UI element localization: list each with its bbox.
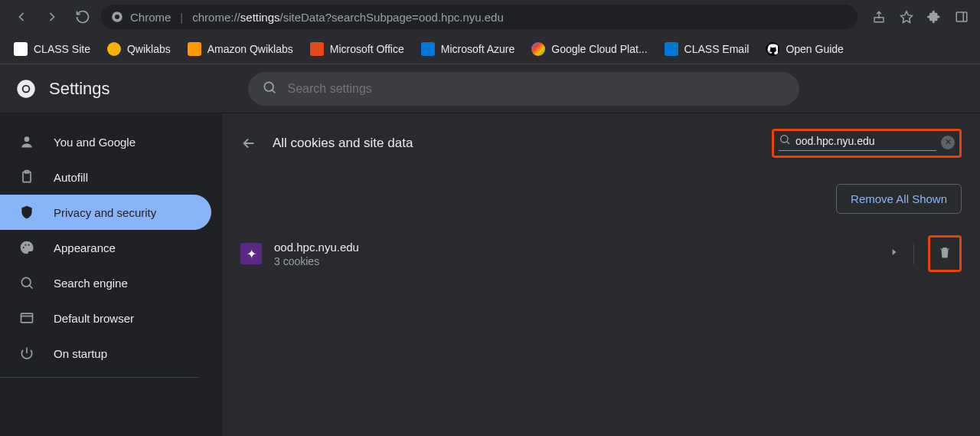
svg-point-13 [23,247,24,248]
bookmark-icon [107,42,121,56]
svg-line-9 [272,90,275,93]
settings-logo: Settings [15,78,110,100]
sidebar-item-search-engine[interactable]: Search engine [0,265,211,300]
share-icon[interactable] [870,8,888,26]
cookie-search-highlight: ✕ [772,129,962,158]
bookmarks-bar: CLASS Site Qwiklabs Amazon Qwiklabs Micr… [0,34,980,64]
sidepanel-icon[interactable] [952,8,971,26]
bookmark-icon [531,42,545,56]
bookmark-class-site[interactable]: CLASS Site [6,38,98,61]
sidebar-item-label: Search engine [54,277,128,290]
bookmark-icon [421,42,435,56]
search-icon [779,133,791,149]
svg-line-21 [787,142,789,144]
settings-header: Settings [0,64,980,113]
clipboard-icon [18,169,35,185]
chrome-icon [110,10,124,24]
svg-point-8 [264,82,273,91]
window-icon [18,310,35,326]
delete-site-button[interactable] [938,245,952,262]
page-title: All cookies and site data [273,136,413,151]
svg-point-20 [781,136,788,143]
settings-search-input[interactable] [288,82,786,96]
settings-search[interactable] [248,72,799,106]
palette-icon [18,239,35,256]
bookmark-label: CLASS Site [34,43,90,55]
svg-rect-3 [956,12,967,21]
svg-point-7 [24,86,29,91]
sidebar-item-appearance[interactable]: Appearance [0,230,211,265]
bookmark-microsoft-azure[interactable]: Microsoft Azure [413,38,522,61]
chrome-logo-icon [15,78,37,100]
bookmark-label: Open Guide [786,43,844,55]
sidebar-item-you-and-google[interactable]: You and Google [0,124,211,159]
bookmark-label: CLASS Email [684,43,750,55]
delete-site-highlight [928,235,962,272]
bookmark-label: Amazon Qwiklabs [207,43,293,55]
settings-title: Settings [49,79,110,99]
search-icon [262,80,277,98]
svg-point-10 [24,136,30,142]
sidebar-item-label: On startup [54,347,107,360]
bookmark-qwiklabs[interactable]: Qwiklabs [100,38,178,61]
sidebar-item-autofill[interactable]: Autofill [0,159,211,195]
sidebar: You and Google Autofill Privacy and secu… [0,113,222,436]
bookmark-label: Microsoft Office [330,43,404,55]
back-button[interactable] [9,5,34,29]
sidebar-item-label: You and Google [54,136,136,149]
separator [913,243,914,264]
svg-rect-18 [21,313,33,323]
sidebar-item-label: Default browser [54,312,134,325]
svg-point-14 [24,244,26,246]
svg-point-15 [28,244,30,246]
clear-search-button[interactable]: ✕ [941,136,955,149]
address-url: chrome://settings/siteData?searchSubpage… [192,11,504,24]
site-cookie-count: 3 cookies [274,255,877,267]
site-info: ood.hpc.nyu.edu 3 cookies [274,241,877,267]
svg-line-17 [29,285,32,288]
person-icon [18,133,35,150]
bookmark-class-email[interactable]: CLASS Email [657,38,757,61]
bookmark-label: Google Cloud Plat... [551,43,647,55]
github-icon [766,42,779,56]
star-icon[interactable] [897,8,916,26]
bookmark-icon [188,42,201,56]
cookie-search-input[interactable] [795,135,936,147]
browser-chrome: Chrome | chrome://settings/siteData?sear… [0,0,980,34]
site-favicon: ✦ [240,243,262,264]
power-icon [18,345,35,362]
sidebar-item-default-browser[interactable]: Default browser [0,300,211,336]
sidebar-item-label: Privacy and security [54,206,156,219]
bookmark-icon [665,42,678,56]
address-label: Chrome [130,11,171,24]
shield-icon [18,204,35,221]
page-back-button[interactable] [240,135,257,152]
site-name: ood.hpc.nyu.edu [274,241,877,254]
address-bar[interactable]: Chrome | chrome://settings/siteData?sear… [101,5,858,29]
expand-site-button[interactable] [889,247,900,261]
extensions-icon[interactable] [925,8,943,26]
bookmark-label: Microsoft Azure [441,43,514,55]
sidebar-item-label: Autofill [54,171,88,184]
bookmark-amazon-qwiklabs[interactable]: Amazon Qwiklabs [180,38,301,61]
sidebar-item-on-startup[interactable]: On startup [0,336,211,371]
bookmark-icon [310,42,324,56]
bookmark-google-cloud[interactable]: Google Cloud Plat... [524,38,655,61]
bookmark-open-guide[interactable]: Open Guide [758,38,851,61]
sidebar-item-privacy-security[interactable]: Privacy and security [0,195,211,230]
svg-point-16 [21,277,31,287]
sidebar-separator [0,377,199,378]
search-icon [18,274,35,291]
bookmark-label: Qwiklabs [127,43,171,55]
bookmark-icon [14,42,28,56]
sidebar-item-label: Appearance [54,241,116,254]
site-row[interactable]: ✦ ood.hpc.nyu.edu 3 cookies [240,235,962,272]
main-content: All cookies and site data ✕ Remove All S… [222,113,980,436]
reload-button[interactable] [70,5,95,29]
bookmark-microsoft-office[interactable]: Microsoft Office [302,38,412,61]
remove-all-shown-button[interactable]: Remove All Shown [836,184,962,214]
forward-button[interactable] [40,5,64,29]
svg-point-1 [115,15,119,19]
